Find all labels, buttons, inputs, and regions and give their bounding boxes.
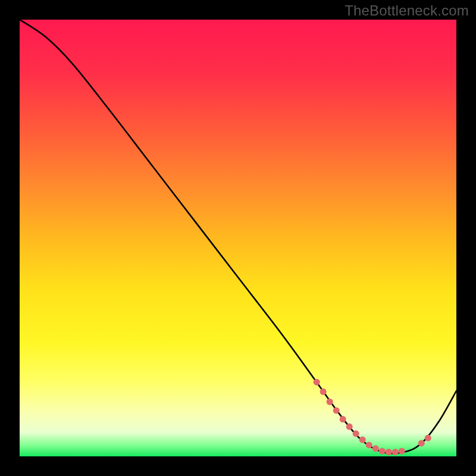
- marker-dot: [366, 441, 372, 448]
- watermark-text: TheBottleneck.com: [345, 2, 469, 19]
- marker-dot: [346, 424, 353, 430]
- main-curve: [20, 20, 456, 453]
- marker-dot: [372, 445, 379, 452]
- marker-dot: [353, 430, 359, 437]
- marker-dot: [359, 437, 366, 443]
- marker-dot: [327, 399, 333, 405]
- marker-dot: [392, 449, 399, 455]
- plot-area: [20, 20, 456, 456]
- marker-dot: [418, 440, 425, 446]
- marker-dot: [386, 449, 392, 455]
- marker-dot: [314, 379, 320, 386]
- marker-dot: [399, 448, 405, 455]
- marker-dot: [333, 407, 340, 414]
- marker-dot: [379, 448, 386, 455]
- marker-dots: [314, 379, 431, 455]
- marker-dot: [425, 435, 431, 441]
- marker-dot: [320, 389, 327, 395]
- chart-frame: TheBottleneck.com: [0, 0, 476, 476]
- marker-dot: [340, 416, 346, 422]
- curve-layer: [20, 20, 456, 456]
